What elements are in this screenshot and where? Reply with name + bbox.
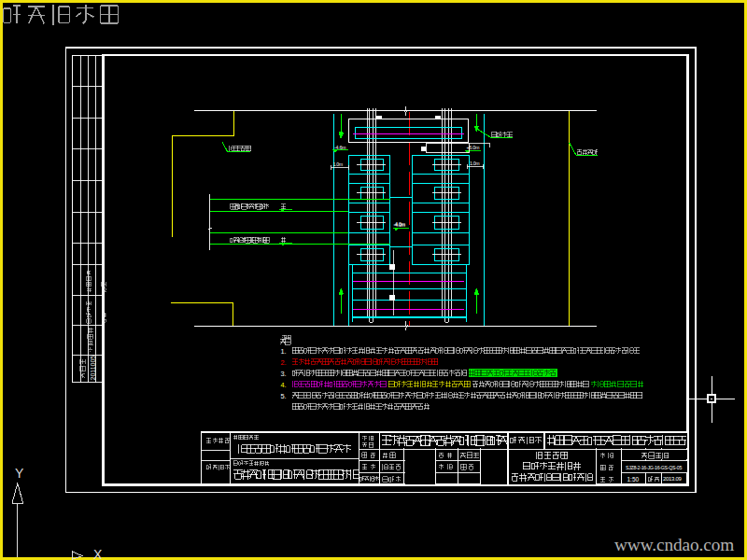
svg-text:-4.0m: -4.0m — [394, 221, 406, 227]
svg-text:1.: 1. — [281, 347, 287, 356]
svg-text:2.: 2. — [281, 358, 287, 367]
svg-text:www.cndao.com: www.cndao.com — [614, 535, 734, 554]
svg-text:+6.0m: +6.0m — [467, 145, 480, 150]
svg-text:SJZ8-2-16-JG-16-GS-QS-05: SJZ8-2-16-JG-16-GS-QS-05 — [626, 465, 682, 470]
svg-text:5.: 5. — [281, 392, 287, 400]
svg-text:2013.09: 2013.09 — [663, 476, 683, 482]
svg-text:1:50: 1:50 — [627, 476, 640, 483]
svg-text:X: X — [93, 547, 103, 560]
svg-text:1.0m: 1.0m — [470, 161, 479, 166]
svg-text:1.0m: 1.0m — [333, 161, 343, 167]
svg-text:-4.6m: -4.6m — [334, 145, 346, 150]
svg-text:4.: 4. — [281, 381, 287, 389]
svg-text:2011005: 2011005 — [90, 356, 96, 381]
svg-text:Y: Y — [15, 466, 24, 481]
svg-text:3.: 3. — [281, 370, 287, 378]
